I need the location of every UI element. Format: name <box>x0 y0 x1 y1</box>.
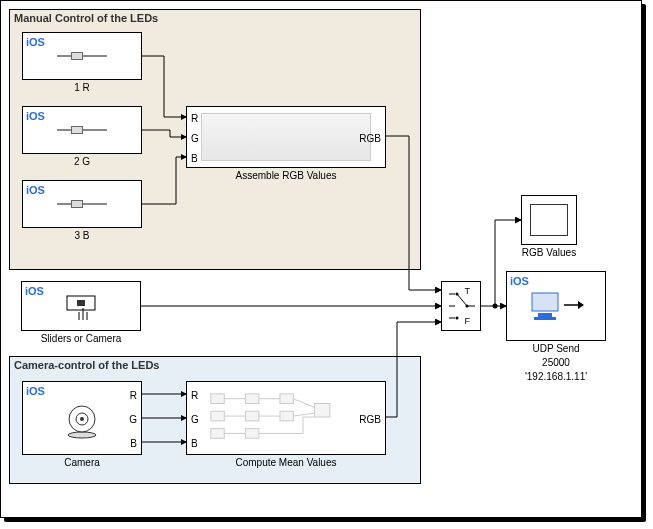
ios-tag: iOS <box>25 285 44 297</box>
svg-rect-14 <box>315 404 330 418</box>
switch-icon <box>447 286 475 326</box>
block-sliders-or-camera[interactable]: iOS <box>21 281 141 331</box>
svg-rect-13 <box>280 411 293 421</box>
svg-point-32 <box>466 305 469 308</box>
svg-line-20 <box>293 399 314 408</box>
block-slider-2g[interactable]: iOS <box>22 106 142 154</box>
rgb-values-label: RGB Values <box>501 247 597 258</box>
svg-rect-12 <box>280 394 293 404</box>
assemble-port-rgb: RGB <box>359 133 381 144</box>
svg-rect-35 <box>534 317 556 320</box>
svg-rect-7 <box>211 411 224 421</box>
camera-icon <box>62 403 102 439</box>
ios-tag: iOS <box>26 385 45 397</box>
svg-rect-34 <box>538 313 552 317</box>
svg-rect-33 <box>532 293 558 311</box>
camera-port-b: B <box>130 438 137 449</box>
slider-icon <box>57 52 107 60</box>
svg-rect-1 <box>77 300 85 306</box>
block-compute-mean[interactable]: R G B RGB <box>186 381 386 455</box>
svg-rect-6 <box>211 394 224 404</box>
block-rgb-values[interactable] <box>521 195 577 245</box>
camera-port-g: G <box>129 414 137 425</box>
assemble-port-b: B <box>191 153 198 164</box>
block-slider-3b[interactable]: iOS <box>22 180 142 228</box>
compute-port-g: G <box>191 414 199 425</box>
group-camera-control: Camera-control of the LEDs iOS R G B Cam… <box>9 356 421 484</box>
ios-tag: iOS <box>26 110 45 122</box>
compute-port-r: R <box>191 390 198 401</box>
compute-mean-label: Compute Mean Values <box>186 457 386 468</box>
udp-send-icon <box>526 289 586 329</box>
svg-rect-9 <box>245 394 258 404</box>
block-udp-send[interactable]: iOS <box>506 271 606 341</box>
svg-line-21 <box>293 413 314 416</box>
camera-label: Camera <box>22 457 142 468</box>
svg-line-30 <box>457 294 467 306</box>
assemble-port-r: R <box>191 113 198 124</box>
ios-tag: iOS <box>26 184 45 196</box>
svg-point-37 <box>493 304 498 309</box>
simulink-canvas: Manual Control of the LEDs iOS 1 R iOS 2… <box>0 0 653 529</box>
udp-send-port: 25000 <box>506 357 606 368</box>
sliders-or-camera-label: Sliders or Camera <box>21 333 141 344</box>
svg-point-2 <box>68 432 96 438</box>
svg-point-5 <box>80 417 84 421</box>
slider-2g-label: 2 G <box>22 156 142 167</box>
touch-icon <box>63 294 99 322</box>
group-camera-label: Camera-control of the LEDs <box>14 359 159 371</box>
compute-port-b: B <box>191 438 198 449</box>
group-manual-control: Manual Control of the LEDs iOS 1 R iOS 2… <box>9 9 421 270</box>
assemble-port-g: G <box>191 133 199 144</box>
udp-send-host: '192.168.1.11' <box>506 371 606 382</box>
compute-port-rgb: RGB <box>359 414 381 425</box>
model-frame: Manual Control of the LEDs iOS 1 R iOS 2… <box>0 0 642 518</box>
subsystem-preview <box>207 390 351 446</box>
block-slider-1r[interactable]: iOS <box>22 32 142 80</box>
camera-port-r: R <box>130 390 137 401</box>
slider-icon <box>57 200 107 208</box>
slider-1r-label: 1 R <box>22 82 142 93</box>
slider-3b-label: 3 B <box>22 230 142 241</box>
block-assemble-rgb[interactable]: R G B RGB <box>186 106 386 168</box>
assemble-label: Assemble RGB Values <box>186 170 386 181</box>
block-camera[interactable]: iOS R G B <box>22 381 142 455</box>
svg-point-29 <box>456 317 459 320</box>
subsystem-gradient <box>201 113 371 161</box>
ios-tag: iOS <box>510 275 529 287</box>
scope-screen <box>530 204 568 236</box>
group-manual-label: Manual Control of the LEDs <box>14 12 158 24</box>
svg-rect-11 <box>245 429 258 439</box>
svg-rect-10 <box>245 411 258 421</box>
block-switch[interactable]: T F <box>441 281 481 331</box>
udp-send-label: UDP Send <box>506 343 606 354</box>
slider-icon <box>57 126 107 134</box>
svg-rect-8 <box>211 429 224 439</box>
ios-tag: iOS <box>26 36 45 48</box>
